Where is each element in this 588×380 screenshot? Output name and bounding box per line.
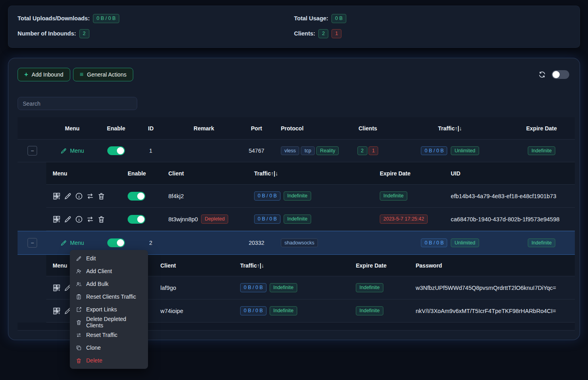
client-name: 8t3wjnn8p0: [168, 216, 198, 222]
client-actions: [46, 192, 121, 200]
table-header-row: Menu Enable ID Remark Port Protocol Clie…: [18, 117, 575, 140]
sub1-header-expire: Expire Date: [373, 170, 444, 177]
traffic-badge: 0 B / 0 B: [240, 283, 266, 292]
traffic-limit-badge: Unlimited: [451, 238, 479, 248]
inbound-2-menu-button[interactable]: Menu: [60, 240, 84, 246]
client-row: 8t3wjnn8p0 Depleted 0 B / 0 B Indefinite…: [46, 208, 575, 231]
menu-item-edit[interactable]: Edit: [70, 252, 148, 265]
qr-code-icon[interactable]: [53, 284, 61, 292]
menu-item-add-client[interactable]: Add Client: [70, 265, 148, 278]
client-expire: Indefinite: [373, 191, 444, 201]
client-traffic: 0 B / 0 B Indefinite: [248, 191, 373, 201]
sub1-header-uid: UID: [444, 170, 575, 177]
stat-label: Total Uploads/Downloads:: [18, 15, 90, 22]
trash-icon: [76, 319, 82, 325]
client-enable-toggle[interactable]: [128, 215, 145, 224]
menu-item-delete[interactable]: Delete: [70, 354, 148, 367]
menu-item-label: Reset Traffic: [86, 332, 117, 338]
add-inbound-button[interactable]: + Add Inbound: [18, 68, 70, 81]
theme-toggle[interactable]: [552, 70, 569, 79]
toolbar: + Add Inbound ≡ General Actions: [18, 68, 133, 81]
sub1-header-traffic[interactable]: Traffic↑|↓: [248, 170, 373, 177]
traffic-limit-badge: Indefinite: [284, 215, 311, 224]
menu-item-add-bulk[interactable]: Add Bulk: [70, 278, 148, 290]
menu-item-label: Clone: [86, 345, 101, 351]
menu-item-reset-clients-traffic[interactable]: Reset Clients Traffic: [70, 290, 148, 303]
protocol-badge: Reality: [316, 146, 339, 156]
search-input[interactable]: [18, 97, 137, 110]
sub2-header-expire: Expire Date: [349, 262, 409, 269]
qr-code-icon[interactable]: [53, 215, 61, 223]
stat-label: Clients:: [294, 30, 315, 37]
info-icon[interactable]: [75, 215, 83, 223]
app-page: Total Uploads/Downloads: 0 B / 0 B Total…: [0, 0, 588, 380]
header-menu: Menu: [47, 125, 97, 132]
client-enable-toggle[interactable]: [128, 192, 145, 201]
expire-badge: Indefinite: [528, 146, 555, 156]
inbound-2-enable-toggle[interactable]: [107, 238, 125, 247]
collapse-inbound-2-button[interactable]: −: [28, 238, 37, 248]
trash-icon: [76, 358, 82, 364]
client-uid: efb14b43-4a79-4e83-ef18-e48cf1901b73: [444, 193, 575, 199]
traffic-badge: 0 B / 0 B: [421, 238, 447, 248]
info-icon[interactable]: [75, 192, 83, 200]
traffic-limit-badge: Indefinite: [284, 191, 311, 201]
sub1-header-row: Menu Enable Client Traffic↑|↓ Expire Dat…: [46, 162, 575, 185]
menu-item-delete-depleted-clients[interactable]: Delete Depleted Clients: [70, 316, 148, 329]
traffic-badge: 0 B / 0 B: [240, 306, 266, 315]
header-enable: Enable: [97, 125, 135, 132]
collapse-inbound-1-button[interactable]: −: [28, 146, 37, 156]
clients-active-badge: 2: [318, 29, 328, 38]
menu-item-export-links[interactable]: Export Links: [70, 303, 148, 316]
hamburger-icon: ≡: [80, 71, 83, 78]
inbound-1-id: 1: [135, 148, 167, 154]
general-actions-label: General Actions: [87, 71, 126, 78]
client-actions: [46, 215, 121, 223]
expire-badge: Indefinite: [356, 283, 383, 292]
inbound-row-1: − Menu 1 54767 vless tcp Reality 2: [18, 140, 575, 162]
edit-client-icon[interactable]: [64, 192, 72, 200]
client-expire: Indefinite: [349, 306, 409, 315]
client-traffic: 0 B / 0 B Indefinite: [234, 283, 349, 292]
inbound-1-menu-button[interactable]: Menu: [60, 148, 84, 154]
menu-item-label: Edit: [86, 255, 96, 262]
refresh-icon[interactable]: [538, 71, 546, 79]
delete-client-icon[interactable]: [97, 192, 105, 200]
edit-client-icon[interactable]: [64, 215, 72, 223]
clients-depleted-badge: 1: [331, 29, 341, 38]
qr-code-icon[interactable]: [53, 307, 61, 315]
swap-icon: [76, 332, 82, 338]
menu-item-label: Export Links: [86, 306, 117, 313]
menu-item-label: Delete Depleted Clients: [86, 316, 142, 329]
add-inbound-label: Add Inbound: [32, 71, 63, 78]
general-actions-button[interactable]: ≡ General Actions: [73, 68, 133, 81]
menu-item-clone[interactable]: Clone: [70, 341, 148, 354]
inbound-2-expire: Indefinite: [508, 238, 575, 248]
inbound-2-menu-label: Menu: [70, 240, 84, 246]
header-clients: Clients: [344, 125, 392, 132]
traffic-limit-badge: Indefinite: [270, 283, 297, 292]
inbound-context-menu: Edit Add Client Add Bulk Reset Clients T…: [70, 250, 148, 369]
traffic-badge: 0 B / 0 B: [254, 215, 280, 224]
reset-traffic-icon[interactable]: [86, 215, 94, 223]
menu-item-reset-traffic[interactable]: Reset Traffic: [70, 329, 148, 341]
sub2-header-traffic[interactable]: Traffic↑|↓: [234, 262, 349, 269]
reset-traffic-icon[interactable]: [86, 192, 94, 200]
plus-icon: +: [24, 71, 28, 78]
inbound-1-enable-toggle[interactable]: [107, 146, 125, 155]
client-name: w74ioipe: [154, 308, 234, 314]
client-expire: Indefinite: [349, 283, 409, 292]
delete-client-icon[interactable]: [97, 215, 105, 223]
total-usage-badge: 0 B: [331, 14, 346, 23]
client-password: w3NfbzUPf5WWd745Q8pvsmQrdrttT2lO6knuI7Di…: [409, 285, 575, 291]
stat-label: Number of Inbounds:: [18, 30, 76, 37]
top-controls: [538, 70, 569, 79]
menu-item-label: Add Client: [86, 268, 112, 274]
stats-grid: Total Uploads/Downloads: 0 B / 0 B Total…: [18, 14, 570, 38]
protocol-badge: tcp: [301, 146, 315, 156]
sub1-header-client: Client: [162, 170, 248, 177]
clients-active-badge: 2: [357, 146, 367, 156]
header-traffic[interactable]: Traffic↑|↓: [392, 125, 508, 132]
inbound-1-expire: Indefinite: [508, 146, 575, 156]
qr-code-icon[interactable]: [53, 192, 61, 200]
